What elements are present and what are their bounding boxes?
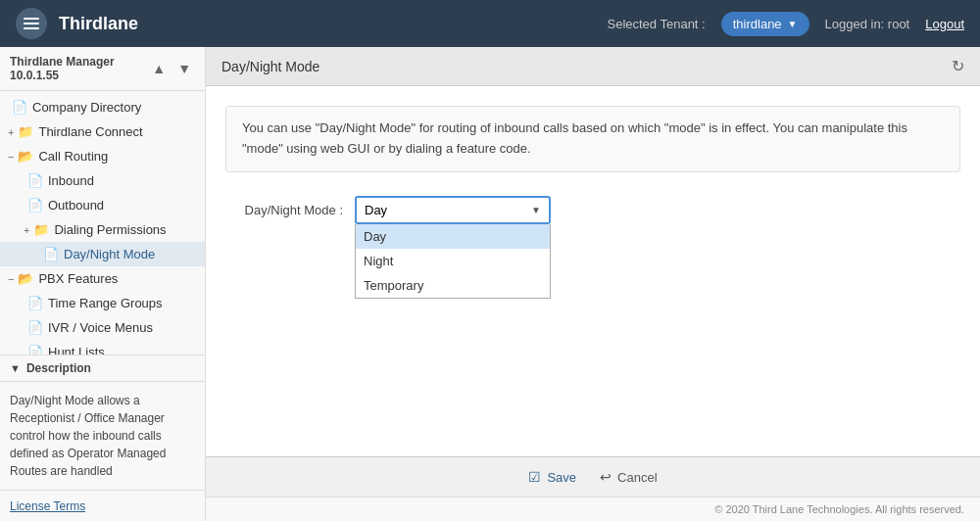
doc-icon: 📄 [27, 320, 43, 335]
save-label: Save [547, 470, 576, 485]
sidebar-item-label: IVR / Voice Menus [48, 320, 153, 335]
doc-icon: 📄 [27, 198, 43, 213]
main-body: You can use "Day/Night Mode" for routing… [206, 86, 980, 456]
doc-icon: 📄 [43, 247, 59, 261]
day-night-mode-label: Day/Night Mode : [225, 203, 343, 217]
svg-rect-2 [24, 27, 39, 29]
license-terms-link[interactable]: License Terms [10, 499, 85, 513]
sidebar-item-label: Time Range Groups [48, 296, 163, 310]
sidebar-item-label: PBX Features [38, 271, 118, 286]
sidebar-item-outbound[interactable]: 📄 Outbound [0, 193, 205, 217]
folder-icon: 📁 [18, 124, 33, 139]
doc-icon: 📄 [27, 173, 43, 188]
dropdown-option-temporary[interactable]: Temporary [356, 273, 550, 298]
app-header: Thirdlane Selected Tenant : thirdlane ▼ … [0, 0, 980, 47]
description-header[interactable]: ▼ Description [0, 355, 205, 382]
day-night-mode-dropdown[interactable]: Day ▼ Day Night Temporary [355, 196, 551, 224]
sidebar-item-label: Company Directory [32, 100, 141, 115]
sidebar-item-call-routing[interactable]: − 📂 Call Routing [0, 144, 205, 168]
tenant-selector[interactable]: thirdlane ▼ [721, 12, 809, 36]
sidebar-version: Thirdlane Manager 10.0.1.55 [10, 55, 148, 82]
logged-in-label: Logged in: root [825, 17, 910, 31]
dropdown-selected-value: Day [365, 203, 387, 217]
doc-icon: 📄 [12, 100, 27, 115]
cancel-label: Cancel [617, 470, 657, 485]
sidebar-item-label: Hunt Lists [48, 345, 105, 355]
tenant-name: thirdlane [733, 17, 782, 31]
sidebar-item-label: Thirdlane Connect [38, 124, 142, 139]
save-icon: ☑ [528, 469, 541, 485]
description-label: Description [26, 361, 91, 375]
sidebar-controls: ▲ ▼ [148, 59, 195, 78]
cancel-icon: ↩ [600, 469, 612, 485]
expand-all-button[interactable]: ▼ [173, 59, 195, 78]
description-text: Day/Night Mode allows a Receptionist / O… [10, 394, 166, 478]
folder-icon: 📁 [33, 222, 49, 237]
toggle-icon[interactable]: + [24, 224, 29, 236]
header-right: Selected Tenant : thirdlane ▼ Logged in:… [607, 12, 964, 36]
sidebar-item-inbound[interactable]: 📄 Inbound [0, 168, 205, 193]
main-layout: Thirdlane Manager 10.0.1.55 ▲ ▼ 📄 Compan… [0, 47, 980, 521]
tenant-chevron-icon: ▼ [788, 19, 798, 29]
cancel-button[interactable]: ↩ Cancel [600, 469, 657, 485]
sidebar-item-label: Outbound [48, 198, 104, 213]
main-content-area: Day/Night Mode ↻ You can use "Day/Night … [206, 47, 980, 521]
toggle-icon[interactable]: − [8, 151, 14, 163]
copyright-text: © 2020 Third Lane Technologies. All righ… [714, 503, 964, 515]
collapse-all-button[interactable]: ▲ [148, 59, 170, 78]
folder-icon: 📂 [18, 149, 33, 164]
doc-icon: 📄 [27, 345, 43, 355]
main-header: Day/Night Mode ↻ [206, 47, 980, 86]
main-header-title: Day/Night Mode [221, 59, 319, 74]
sidebar-header: Thirdlane Manager 10.0.1.55 ▲ ▼ [0, 47, 205, 91]
dropdown-option-day[interactable]: Day [356, 224, 550, 249]
sidebar-item-dialing-permissions[interactable]: + 📁 Dialing Permissions [0, 217, 205, 242]
description-panel: ▼ Description Day/Night Mode allows a Re… [0, 355, 205, 490]
folder-icon: 📂 [18, 271, 33, 286]
logout-link[interactable]: Logout [925, 17, 964, 31]
description-chevron-icon: ▼ [10, 362, 21, 374]
svg-rect-0 [24, 18, 39, 20]
selected-tenant-label: Selected Tenant : [607, 17, 705, 31]
sidebar-footer: License Terms [0, 490, 205, 521]
dropdown-option-night[interactable]: Night [356, 249, 550, 273]
description-content: Day/Night Mode allows a Receptionist / O… [0, 382, 205, 490]
svg-rect-1 [24, 23, 39, 24]
sidebar-item-label: Call Routing [38, 149, 108, 164]
dropdown-trigger[interactable]: Day ▼ [355, 196, 551, 224]
sidebar-item-ivr-voice-menus[interactable]: 📄 IVR / Voice Menus [0, 315, 205, 340]
doc-icon: 📄 [27, 296, 43, 310]
sidebar-item-pbx-features[interactable]: − 📂 PBX Features [0, 266, 205, 291]
main-footer: ☑ Save ↩ Cancel [206, 456, 980, 497]
app-title: Thirdlane [59, 14, 595, 34]
refresh-button[interactable]: ↻ [952, 57, 964, 75]
toggle-icon[interactable]: + [8, 126, 14, 138]
page-description: You can use "Day/Night Mode" for routing… [225, 106, 960, 172]
sidebar-tree: 📄 Company Directory + 📁 Thirdlane Connec… [0, 91, 205, 355]
sidebar-item-time-range-groups[interactable]: 📄 Time Range Groups [0, 291, 205, 315]
sidebar-item-label: Day/Night Mode [64, 247, 155, 261]
sidebar-item-label: Dialing Permissions [54, 222, 166, 237]
dropdown-arrow-icon: ▼ [531, 205, 541, 215]
sidebar-item-label: Inbound [48, 173, 94, 188]
day-night-mode-form-row: Day/Night Mode : Day ▼ Day Night Tempora… [225, 196, 960, 224]
sidebar-item-day-night-mode[interactable]: 📄 Day/Night Mode [0, 242, 205, 266]
menu-icon[interactable] [16, 8, 47, 39]
sidebar-item-thirdlane-connect[interactable]: + 📁 Thirdlane Connect [0, 119, 205, 144]
sidebar-item-hunt-lists[interactable]: 📄 Hunt Lists [0, 340, 205, 355]
dropdown-list: Day Night Temporary [355, 224, 551, 299]
page-footer: © 2020 Third Lane Technologies. All righ… [206, 497, 980, 521]
sidebar: Thirdlane Manager 10.0.1.55 ▲ ▼ 📄 Compan… [0, 47, 206, 521]
toggle-icon[interactable]: − [8, 273, 14, 285]
save-button[interactable]: ☑ Save [528, 469, 576, 485]
sidebar-item-company-directory[interactable]: 📄 Company Directory [0, 95, 205, 119]
